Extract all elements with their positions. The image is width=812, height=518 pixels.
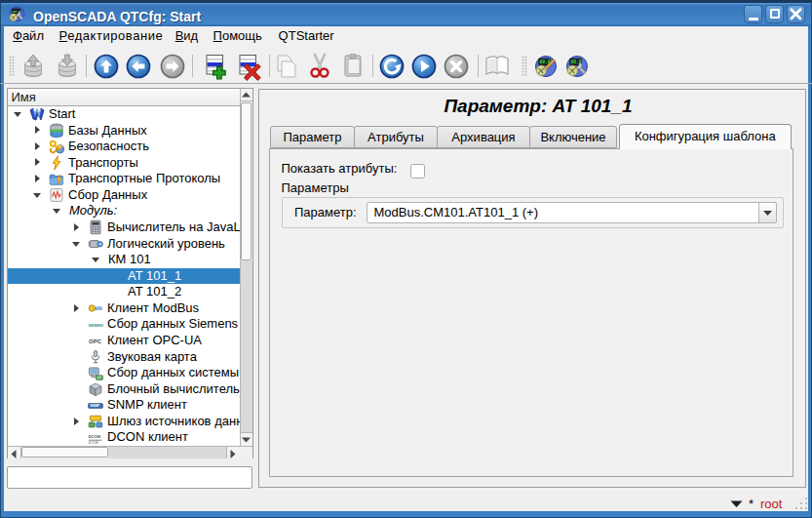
svg-text:DCON: DCON [88, 434, 99, 439]
svg-text:SIEMENS: SIEMENS [88, 324, 103, 328]
svg-text:SNMP: SNMP [90, 404, 100, 408]
svg-text:OPC: OPC [89, 339, 102, 344]
svg-text:ModBus: ModBus [96, 306, 103, 310]
svg-text:DCON: DCON [88, 441, 98, 445]
